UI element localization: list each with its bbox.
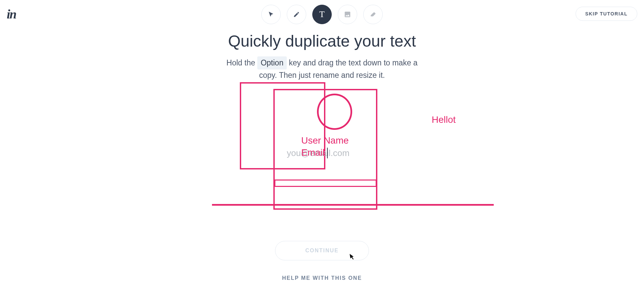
canvas-email-text[interactable]: Email	[301, 147, 325, 158]
canvas-username-text[interactable]: User Name	[301, 135, 349, 146]
instruction-pre: Hold the	[226, 58, 257, 67]
pencil-icon	[293, 11, 300, 18]
canvas-circle[interactable]	[317, 94, 352, 130]
image-icon	[344, 11, 351, 18]
drawing-canvas[interactable]: you@email.com User Name Email Hellot	[0, 82, 644, 216]
pointer-tool-button[interactable]	[261, 5, 281, 24]
text-icon: T	[319, 9, 325, 19]
tutorial-instruction: Hold the Option key and drag the text do…	[218, 56, 426, 81]
invision-logo: in	[7, 7, 16, 21]
pencil-tool-button[interactable]	[287, 5, 306, 24]
eraser-icon	[370, 11, 376, 18]
skip-tutorial-button[interactable]: SKIP TUTORIAL	[576, 7, 637, 21]
text-tool-button[interactable]: T	[312, 5, 332, 24]
help-me-link[interactable]: HELP ME WITH THIS ONE	[282, 275, 362, 281]
canvas-side-text[interactable]: Hellot	[432, 114, 456, 125]
pointer-icon	[268, 11, 274, 18]
option-key-badge: Option	[257, 56, 287, 69]
image-tool-button[interactable]	[338, 5, 357, 24]
text-editing-cursor	[327, 148, 328, 158]
eraser-tool-button[interactable]	[363, 5, 383, 24]
tool-toolbar: T	[261, 5, 383, 24]
canvas-horizontal-line[interactable]	[212, 204, 494, 206]
tutorial-heading: Quickly duplicate your text	[228, 32, 416, 50]
canvas-rectangle-3[interactable]	[274, 180, 377, 187]
